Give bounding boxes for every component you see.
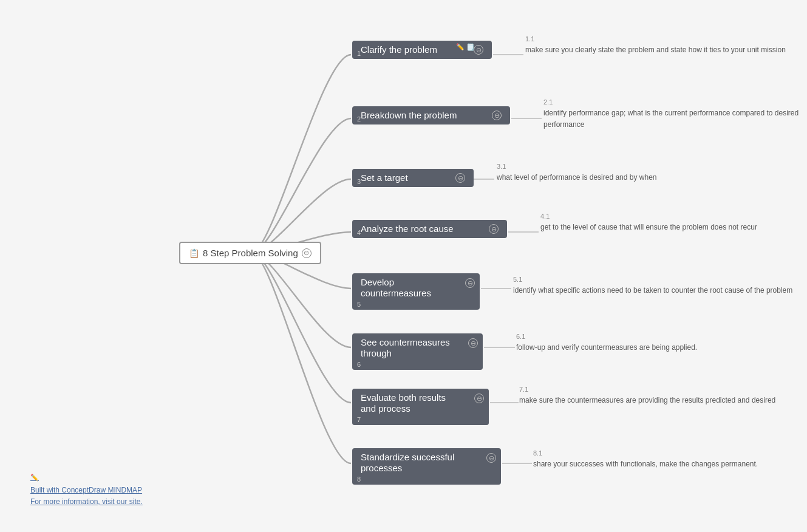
branch-5-collapse[interactable]: ⊖ [465, 278, 475, 288]
child-8-text: share your successes with functionals, m… [533, 460, 758, 468]
branch-1-collapse[interactable]: ⊖ [474, 45, 483, 55]
child-1-text: make sure you clearly state the problem … [525, 46, 786, 54]
branch-3-label: Set a target [361, 172, 408, 183]
center-collapse-icon[interactable]: ⊖ [302, 248, 312, 258]
branch-1-num: 1 [357, 50, 361, 57]
branch-8-label: Standardize successfulprocesses [361, 452, 454, 474]
child-note-8: 8.1 share your successes with functional… [533, 449, 758, 469]
child-1-num: 1.1 [525, 35, 786, 43]
branch-4-label: Analyze the root cause [361, 223, 454, 234]
branch-node-3[interactable]: Set a target ⊖ 3 [352, 169, 474, 187]
branch-5-label: Developcountermeasures [361, 277, 431, 299]
child-6-text: follow-up and verify countermeasures are… [516, 343, 697, 352]
branch-1-label: Clarify the problem [361, 44, 437, 55]
branch-3-num: 3 [357, 178, 361, 185]
branch-4-num: 4 [357, 229, 361, 236]
branch-node-8[interactable]: Standardize successfulprocesses ⊖ 8 [352, 448, 501, 485]
child-note-4: 4.1 get to the level of cause that will … [540, 213, 757, 233]
branch-7-label: Evaluate both resultsand process [361, 392, 446, 414]
branch-6-num: 6 [357, 361, 361, 368]
footer-link[interactable]: ✏️ Built with ConceptDraw MINDMAP For mo… [30, 472, 143, 508]
child-note-7: 7.1 make sure the countermeasures are pr… [519, 386, 775, 406]
branch-8-collapse[interactable]: ⊖ [486, 453, 496, 463]
child-note-5: 5.1 identify what specific actions need … [513, 276, 792, 296]
branch-node-4[interactable]: Analyze the root cause ⊖ 4 [352, 220, 507, 238]
branch-node-2[interactable]: Breakdown the problem ⊖ 2 [352, 106, 510, 124]
child-note-1: 1.1 make sure you clearly state the prob… [525, 35, 786, 55]
branch-1-icons: ✏️ 🗒️ [456, 43, 475, 51]
branch-6-label: See countermeasuresthrough [361, 337, 450, 359]
mindmap-container: 📋 8 Step Problem Solving ⊖ ✏️ 🗒️ Clarify… [0, 0, 807, 532]
child-2-text: identify performance gap; what is the cu… [543, 109, 798, 129]
child-3-text: what level of performance is desired and… [497, 173, 656, 182]
branch-2-collapse[interactable]: ⊖ [492, 111, 502, 120]
center-node-icon: 📋 [189, 248, 199, 258]
branch-node-6[interactable]: See countermeasuresthrough ⊖ 6 [352, 333, 483, 370]
footer-icon: ✏️ [30, 472, 143, 483]
branch-node-1[interactable]: ✏️ 🗒️ Clarify the problem ⊖ 1 [352, 41, 492, 59]
branch-node-5[interactable]: Developcountermeasures ⊖ 5 [352, 273, 480, 310]
child-2-num: 2.1 [543, 98, 807, 106]
child-3-num: 3.1 [497, 163, 656, 170]
branch-5-num: 5 [357, 301, 361, 308]
footer-line2[interactable]: For more information, visit our site. [30, 497, 143, 506]
child-4-num: 4.1 [540, 213, 757, 220]
branch-7-collapse[interactable]: ⊖ [474, 394, 484, 403]
child-7-text: make sure the countermeasures are provid… [519, 396, 775, 404]
center-node-label: 8 Step Problem Solving [203, 248, 298, 258]
branch-4-collapse[interactable]: ⊖ [489, 224, 499, 234]
child-note-6: 6.1 follow-up and verify countermeasures… [516, 333, 697, 353]
branch-node-7[interactable]: Evaluate both resultsand process ⊖ 7 [352, 389, 489, 425]
branch-6-collapse[interactable]: ⊖ [468, 338, 478, 348]
child-7-num: 7.1 [519, 386, 775, 393]
child-5-text: identify what specific actions need to b… [513, 286, 792, 295]
branch-7-num: 7 [357, 416, 361, 423]
branch-2-num: 2 [357, 115, 361, 123]
branch-8-num: 8 [357, 476, 361, 483]
branch-2-label: Breakdown the problem [361, 110, 457, 121]
child-note-3: 3.1 what level of performance is desired… [497, 163, 656, 183]
child-5-num: 5.1 [513, 276, 792, 283]
child-8-num: 8.1 [533, 449, 758, 457]
child-note-2: 2.1 identify performance gap; what is th… [543, 98, 807, 130]
footer-line1[interactable]: Built with ConceptDraw MINDMAP [30, 486, 142, 494]
child-4-text: get to the level of cause that will ensu… [540, 223, 757, 231]
center-node[interactable]: 📋 8 Step Problem Solving ⊖ [179, 242, 321, 264]
branch-3-collapse[interactable]: ⊖ [455, 173, 465, 183]
child-6-num: 6.1 [516, 333, 697, 340]
